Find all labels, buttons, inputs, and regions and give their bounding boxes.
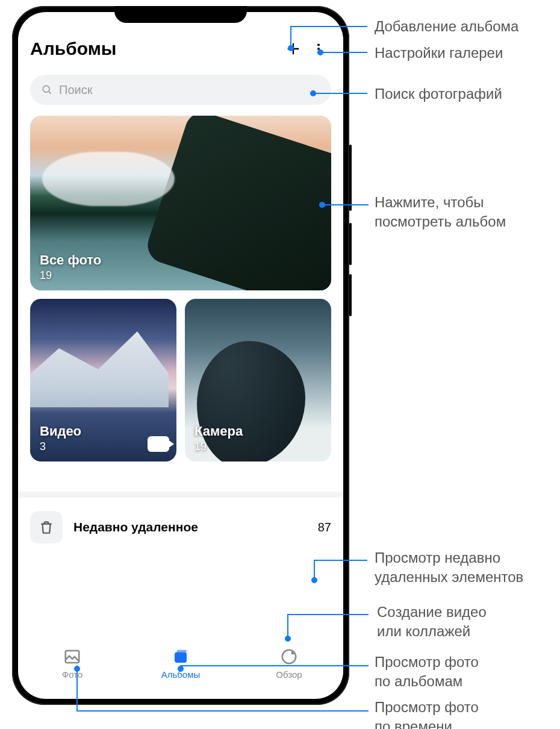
album-name: Видео: [40, 424, 81, 439]
side-button: [349, 274, 352, 316]
album-count: 19: [194, 440, 243, 453]
svg-rect-6: [177, 650, 187, 652]
album-count: 3: [40, 440, 81, 453]
side-button: [349, 223, 352, 265]
album-name: Камера: [194, 424, 243, 439]
tab-albums[interactable]: Альбомы: [126, 646, 235, 680]
album-all-photos[interactable]: Все фото 19: [30, 116, 331, 290]
callout-by-time: Просмотр фото по времени: [375, 698, 479, 729]
album-label: Камера 19: [194, 424, 243, 453]
more-menu-button[interactable]: [306, 36, 331, 61]
album-video[interactable]: Видео 3: [30, 299, 176, 461]
recently-deleted-row[interactable]: Недавно удаленное 87: [30, 498, 331, 546]
tab-discover[interactable]: Обзор: [235, 646, 343, 680]
albums-content: Все фото 19 Видео 3 Камера 19: [18, 105, 343, 639]
trash-icon: [30, 511, 63, 543]
albums-icon: [170, 646, 191, 667]
search-placeholder: Поиск: [59, 83, 92, 97]
photos-icon: [62, 646, 82, 667]
add-album-button[interactable]: [281, 36, 306, 61]
side-button: [349, 145, 352, 211]
album-name: Все фото: [40, 252, 101, 268]
album-label: Видео 3: [40, 424, 81, 453]
album-count: 19: [40, 269, 101, 282]
svg-point-2: [317, 51, 320, 54]
plus-icon: [285, 40, 302, 57]
callout-add-album: Добавление альбома: [375, 17, 518, 36]
svg-point-1: [317, 48, 320, 50]
svg-point-0: [317, 44, 320, 46]
tab-label: Альбомы: [161, 669, 201, 680]
tab-photos[interactable]: Фото: [18, 646, 126, 680]
more-vertical-icon: [312, 40, 325, 57]
search-input[interactable]: Поиск: [30, 75, 331, 105]
svg-point-8: [291, 651, 295, 655]
screen: Альбомы Поиск Все фото 19: [18, 12, 343, 699]
callout-create: Создание видео или коллажей: [377, 602, 487, 642]
header: Альбомы: [18, 12, 343, 66]
callout-recently-deleted: Просмотр недавно удаленных элементов: [375, 548, 523, 587]
search-icon: [41, 84, 53, 96]
tab-label: Фото: [62, 669, 82, 680]
recently-deleted-count: 87: [318, 521, 331, 534]
album-label: Все фото 19: [40, 252, 101, 282]
video-icon: [148, 436, 169, 452]
recently-deleted-label: Недавно удаленное: [73, 520, 318, 534]
tab-bar: Фото Альбомы Обзор: [18, 639, 343, 699]
tab-label: Обзор: [276, 669, 302, 680]
svg-rect-5: [175, 652, 187, 663]
callout-settings: Настройки галереи: [375, 43, 503, 63]
section-divider: [18, 492, 343, 498]
album-camera[interactable]: Камера 19: [185, 299, 331, 461]
page-title: Альбомы: [30, 39, 281, 59]
callout-by-albums: Просмотр фото по альбомам: [375, 652, 479, 692]
phone-frame: Альбомы Поиск Все фото 19: [12, 6, 349, 705]
album-row: Видео 3 Камера 19: [30, 299, 331, 461]
discover-icon: [279, 646, 299, 667]
callout-tap-album: Нажмите, чтобы посмотреть альбом: [375, 193, 506, 232]
callout-search: Поиск фотографий: [375, 84, 502, 104]
svg-point-3: [43, 86, 49, 92]
